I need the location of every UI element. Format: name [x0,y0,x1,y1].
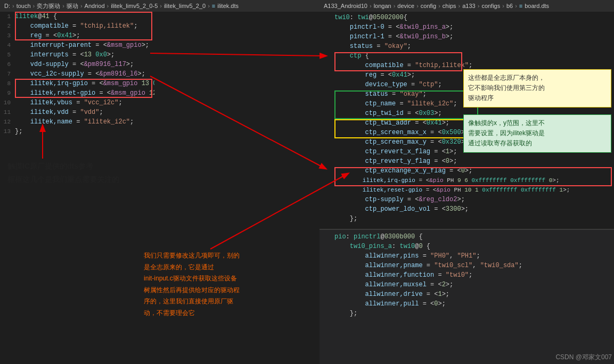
rt-line-2: pinctrl-1 = <&twi0_pins_b>; [320,32,614,42]
annotation-bottom-right: 我们只需要修改这几项即可，别的是全志原来的，它是通过init-input.c驱动… [144,250,240,319]
annotation-left-bottom: 触摸IC原厂提供的dts参考 框框这几个是我们重点需要关注的 [7,160,119,186]
note-green: 像触摸的x，y范围，这里不需要设置，因为ilitek驱动是通过读取寄存器获取的 [463,114,611,153]
rb-line-7: allwinner,pull = <0>; [320,299,614,309]
watermark: CSDN @邓家文007 [555,353,612,362]
code-line-9: 9 ilitek,reset-gpio = <&msm_gpio 12 0x0>… [0,88,154,98]
code-line-3: 3 reg = <0x41>; [0,31,154,40]
rt-line-16: ctp_exchange_x_y_flag = <0>; [320,166,614,176]
rb-line-8: }; [320,309,614,318]
rt-line-3: status = "okay"; [320,42,614,51]
rb-line-2: allwinner,pins = "PH0", "PH1"; [320,251,614,261]
code-line-1: 1 ilitek@41 { [0,12,154,21]
rt-line-19: ctp-supply = <&reg_cldo2>; [320,195,614,204]
code-line-7: 7 vcc_i2c-supply = <&pm8916_l6>; [0,69,154,79]
note-yellow: 这些都是全志原厂本身的，它不影响我们使用第三方的驱动程序 [463,69,611,107]
rb-line-1: twi0_pins_a: twi0@0 { [320,242,614,251]
code-line-6: 6 vdd-supply = <&pm8916_l17>; [0,60,154,69]
code-line-12: 12 ilitek,name = "ilitek_i2c"; [0,117,154,127]
rt-line-17: ilitek,irq-gpio = <&pio PH 9 6 0xfffffff… [320,176,614,185]
rb-line-5: allwinner,muxsel = <2>; [320,280,614,289]
code-line-2: 2 compatible = "tchip,ilitek"; [0,21,154,31]
rb-line-3: allwinner,pname = "twi0_scl", "twi0_sda"… [320,261,614,270]
code-line-13: 13 }; [0,127,154,136]
code-line-11: 11 ilitek,vdd = "vdd"; [0,107,154,117]
code-line-8: 8 ilitek,irq-gpio = <&msm_gpio 13 0x0>; [0,79,154,88]
rt-line-15: ctp_revert_y_flag = <0>; [320,156,614,166]
svg-line-2 [150,76,324,168]
code-panel-right-bottom: pio: pinctrl@0300b000 { twi0_pins_a: twi… [320,229,614,364]
breadcrumb-right: A133_Android10 › longan › device › confi… [320,0,614,12]
rt-line-21: }; [320,214,614,224]
breadcrumb-left: D: › touch › 奕力驱动 › 驱动 › Andriod › ilite… [0,0,320,12]
code-panel-left: 1 ilitek@41 { 2 compatible = "tchip,ilit… [0,12,154,364]
rb-line-4: allwinner,function = "twi0"; [320,270,614,280]
breadcrumb-drive: D: [4,3,10,9]
svg-line-1 [150,53,324,56]
pio-header: pio: pinctrl@0300b000 { [320,232,614,242]
rt-line-4: ctp { [320,51,614,61]
code-line-4: 4 interrupt-parent = <&msm_gpio>; [0,40,154,50]
twi0-header: twi0: twi@05002000{ [320,14,614,22]
code-line-5: 5 interrupts = <13 0x0>; [0,50,154,60]
rt-line-18: ilitek,reset-gpio = <&pio PH 10 1 0xffff… [320,185,614,195]
rb-line-6: allwinner,drive = <1>; [320,289,614,299]
rt-line-22: }; [320,224,614,225]
code-line-10: 10 ilitek,vbus = "vcc_i2c"; [0,98,154,107]
rt-line-20: ctp_power_ldo_vol = <3300>; [320,204,614,214]
rt-line-1: pinctrl-0 = <&twi0_pins_a>; [320,22,614,32]
